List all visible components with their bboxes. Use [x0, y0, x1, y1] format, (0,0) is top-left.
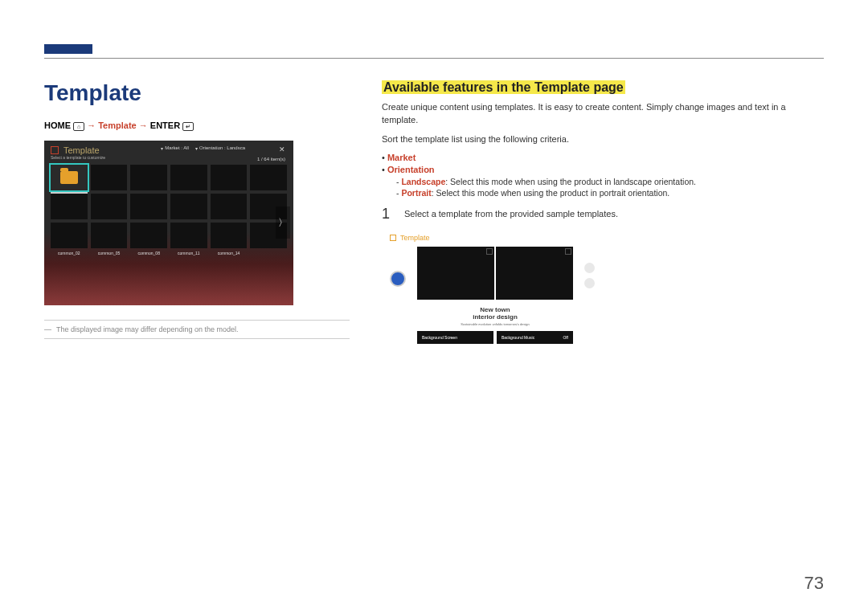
- chevron-right-icon: 〉: [278, 216, 288, 230]
- bar-value: Off: [563, 335, 568, 340]
- template-grid: My Templates common_03 common_06 common_…: [51, 165, 287, 248]
- thumb-label: common_08: [130, 251, 167, 255]
- filter-market[interactable]: ▾ Market : All: [161, 145, 189, 151]
- diagram-caption-3: Sustainable evolution unfolds tomorrow's…: [417, 322, 573, 326]
- expand-icon: [486, 248, 493, 255]
- breadcrumb-enter: ENTER: [150, 121, 180, 130]
- app-icon: [51, 146, 59, 154]
- filter-orientation-label: Orientation : Landsca: [199, 145, 245, 150]
- enter-icon: ↵: [182, 122, 194, 131]
- criteria-list: Market Orientation: [382, 153, 824, 174]
- template-thumb[interactable]: common_03: [91, 165, 128, 190]
- intro-paragraph: Create unique content using templates. I…: [382, 101, 824, 127]
- divider: [44, 338, 350, 339]
- background-music-bar[interactable]: Background Music Off: [497, 331, 573, 344]
- template-thumb[interactable]: common_06: [130, 165, 167, 190]
- bar-label: Background Screen: [422, 335, 457, 340]
- section-heading: Available features in the Template page: [382, 80, 625, 94]
- template-thumb[interactable]: common_04: [91, 194, 128, 219]
- diagram-caption-1: New town: [417, 306, 573, 313]
- preview-screen-right[interactable]: [496, 247, 573, 300]
- bar-label: Background Music: [502, 335, 534, 340]
- template-thumb[interactable]: common_09: [170, 165, 207, 190]
- sort-intro: Sort the template list using the followi…: [382, 133, 824, 146]
- expand-icon: [565, 248, 571, 255]
- template-thumb-selected[interactable]: My Templates: [51, 165, 88, 190]
- template-thumb[interactable]: common_14: [211, 223, 248, 248]
- app-title: Template: [63, 145, 100, 155]
- step-1: 1 Select a template from the provided sa…: [382, 206, 824, 223]
- app-icon: [390, 235, 396, 241]
- side-button-1[interactable]: [584, 263, 595, 273]
- template-thumb[interactable]: [250, 165, 287, 190]
- sub-landscape: Landscape: Select this mode when using t…: [404, 177, 824, 186]
- app-subtitle: Select a template to customize: [51, 155, 287, 160]
- chevron-down-icon: ▾: [161, 145, 163, 151]
- template-app-screenshot: Template Select a template to customize …: [44, 141, 293, 305]
- divider: [44, 320, 350, 321]
- template-thumb[interactable]: common_05: [91, 223, 128, 248]
- filter-market-label: Market : All: [165, 145, 189, 150]
- template-thumb[interactable]: common_10: [170, 194, 207, 219]
- thumb-label: common_05: [91, 251, 128, 255]
- step-number: 1: [382, 206, 393, 223]
- template-thumb[interactable]: common_07: [130, 194, 167, 219]
- breadcrumb-template: Template: [98, 121, 136, 130]
- close-icon[interactable]: ✕: [279, 145, 285, 153]
- breadcrumb: HOME ⌂ → Template → ENTER ↵: [44, 121, 350, 131]
- diagram-title: Template: [400, 234, 430, 242]
- breadcrumb-arrow-2: →: [139, 121, 148, 130]
- template-thumb[interactable]: common_08: [130, 223, 167, 248]
- side-button-2[interactable]: [584, 278, 595, 288]
- template-thumb[interactable]: common_13: [211, 194, 248, 219]
- template-thumb[interactable]: common_11: [170, 223, 207, 248]
- step-text: Select a template from the provided samp…: [404, 209, 618, 223]
- page-number: 73: [805, 573, 824, 594]
- thumb-label: common_14: [211, 251, 248, 255]
- template-thumb[interactable]: common_12: [211, 165, 248, 190]
- thumb-label: common_02: [51, 251, 88, 255]
- item-count: 1 / 64 item(s): [257, 157, 285, 161]
- thumb-label: common_11: [170, 251, 207, 255]
- header-marker: [44, 44, 92, 54]
- diagram-caption-2: interior design: [417, 313, 573, 321]
- next-page-arrow[interactable]: 〉: [276, 206, 290, 239]
- right-column: Available features in the Template page …: [382, 80, 824, 344]
- sub-portrait: Portrait: Select this mode when using th…: [404, 188, 824, 198]
- template-thumb[interactable]: common_01: [51, 194, 88, 219]
- orientation-sublist: Landscape: Select this mode when using t…: [404, 177, 824, 198]
- breadcrumb-arrow-1: →: [87, 121, 96, 130]
- chevron-down-icon: ▾: [195, 145, 198, 151]
- header-divider: [44, 58, 824, 59]
- template-editor-diagram: Template New town: [390, 234, 735, 344]
- background-screen-bar[interactable]: Background Screen: [417, 331, 493, 344]
- bullet-market: Market: [390, 153, 824, 162]
- breadcrumb-home: HOME: [44, 121, 71, 130]
- preview-screen-left[interactable]: [417, 247, 494, 300]
- page-title: Template: [44, 80, 350, 106]
- filter-orientation[interactable]: ▾ Orientation : Landsca: [195, 145, 245, 151]
- folder-icon: [60, 171, 78, 184]
- left-column: Template HOME ⌂ → Template → ENTER ↵ Tem…: [44, 80, 350, 344]
- template-thumb[interactable]: common_02: [51, 223, 88, 248]
- blue-dot-icon: [390, 271, 406, 287]
- home-icon: ⌂: [73, 122, 84, 131]
- bullet-orientation: Orientation: [390, 165, 824, 174]
- footnote: ―The displayed image may differ dependin…: [44, 325, 350, 333]
